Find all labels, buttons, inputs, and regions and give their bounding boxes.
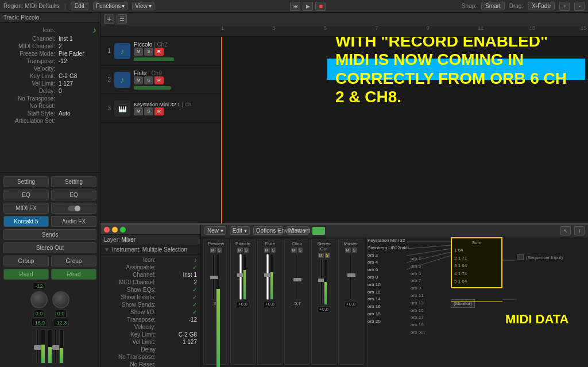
solo-btn-3[interactable]: S [144, 107, 153, 115]
pan-knob-1[interactable] [30, 291, 48, 308]
edit-button[interactable]: Edit [71, 2, 88, 10]
sep1: | [64, 3, 66, 10]
maximize-btn[interactable] [120, 227, 126, 233]
midi-orb6-label: orb 6 [368, 266, 409, 274]
fader-track-1[interactable] [36, 329, 38, 364]
env-midi-channel-row: MIDI Channel: 2 [104, 279, 197, 285]
group-button-2[interactable]: Group [51, 256, 96, 266]
midi-bar-2 [134, 86, 171, 90]
click-m-btn[interactable]: M [291, 248, 297, 253]
kontakt-button[interactable]: Kontakt 5 [3, 216, 49, 227]
master-fader[interactable] [350, 254, 352, 300]
velocity-row: Velocity: [3, 65, 96, 72]
zoom-in-icon[interactable]: + [559, 2, 570, 11]
record-btn-1[interactable]: R [154, 48, 164, 56]
midi-orb20-label: orb 20 [368, 318, 409, 326]
rewind-icon[interactable]: ⏮ [290, 2, 300, 11]
track-item-keystation: 3 🎹 Keystation Mini 32 1 | Ch M S R [100, 94, 220, 123]
mute-btn-3[interactable]: M [134, 107, 143, 115]
transpose-row: Transpose: -12 [3, 58, 96, 64]
record-btn-3[interactable]: R [154, 107, 164, 115]
tracks-toolbar: + ☰ [100, 13, 588, 25]
setting-button-2[interactable]: Setting [51, 176, 96, 187]
mute-btn-2[interactable]: M [134, 76, 143, 84]
stereo-out-button[interactable]: Stereo Out [3, 242, 96, 253]
env-tool-arrow[interactable]: ↖ [560, 226, 571, 235]
audio-fx-button[interactable]: Audio FX [51, 216, 96, 227]
midi-fx-button[interactable]: MIDI FX [3, 203, 49, 214]
sum-values: 1 64 2 1 71 3 1 64 4 1 74 5 1 64 [454, 246, 499, 285]
sends-button[interactable]: Sends [3, 229, 96, 240]
eq-button-1[interactable]: EQ [3, 190, 49, 200]
master-btns: M S [345, 248, 357, 253]
snap-value[interactable]: Smart [481, 2, 505, 10]
strip-btn-row-3: MIDI FX [3, 203, 96, 214]
flute-meter [270, 254, 273, 300]
flute-value: +0,0 [264, 301, 276, 307]
list-icon[interactable]: ☰ [117, 14, 127, 24]
setting-button-1[interactable]: Setting [3, 176, 49, 187]
preview-fader[interactable] [212, 254, 215, 300]
env-new-dropdown[interactable]: New ▾ [204, 226, 226, 235]
piccolo-m-btn[interactable]: M [237, 248, 243, 253]
timeline-ruler: 1 3 5 7 9 11 13 15 [100, 25, 588, 37]
piccolo-fader[interactable] [239, 254, 242, 300]
mute-btn-1[interactable]: M [134, 48, 143, 56]
midi-orb18-label: orb 18 [368, 311, 409, 318]
flute-m-btn[interactable]: M [264, 248, 270, 253]
track-icon-note: ♪ [92, 25, 96, 34]
functions-dropdown[interactable]: Functions ▾ [93, 2, 127, 10]
zoom-out-icon[interactable]: - [574, 2, 585, 11]
click-btns: M S [291, 248, 303, 253]
group-button-1[interactable]: Group [3, 256, 49, 266]
solo-btn-1[interactable]: S [144, 48, 153, 56]
eq-button-2[interactable]: EQ [51, 190, 96, 200]
channel-row: Channel: Inst 1 [3, 36, 96, 42]
env-layer-header: Layer: Mixer [100, 235, 200, 245]
close-btn[interactable] [104, 227, 110, 233]
midi-sum-box: Sum 1 64 2 1 71 3 1 64 4 1 74 5 1 64 [451, 237, 502, 288]
top-bar: Region: MIDI Defaults | Edit Functions ▾… [0, 0, 588, 13]
track-icon-3: 🎹 [114, 101, 130, 117]
track-controls-3: M S R [134, 107, 217, 115]
track-icon-2: ♪ [114, 72, 130, 88]
playhead [221, 37, 222, 223]
env-panel: Layer: Mixer ▼ Instrument: Multiple Sele… [100, 223, 588, 367]
fader-track-2[interactable] [55, 329, 57, 364]
play-icon[interactable]: ▶ [303, 2, 313, 11]
preview-m-btn[interactable]: M [210, 248, 216, 253]
add-track-button[interactable]: + [104, 14, 114, 24]
stereo-fader[interactable] [320, 259, 323, 305]
pan-knob-2[interactable] [52, 291, 69, 308]
vel-limit-row: Vel Limit: 1 127 [3, 80, 96, 87]
environment-title: Environment [278, 227, 310, 234]
record-icon[interactable]: ⏺ [315, 2, 326, 11]
solo-btn-2[interactable]: S [144, 76, 153, 84]
click-s-btn[interactable]: S [298, 248, 303, 253]
piccolo-s-btn[interactable]: S [244, 248, 249, 253]
level-meter-1 [41, 329, 45, 364]
ruler-1: 1 [221, 25, 224, 31]
view-dropdown[interactable]: View ▾ [132, 2, 154, 10]
fader-2 [55, 329, 57, 364]
minimize-btn[interactable] [112, 227, 118, 233]
fader-1 [36, 329, 38, 364]
flute-fader[interactable] [266, 254, 269, 300]
track-name-piccolo: Piccolo | Ch2 [134, 41, 217, 48]
read-button-1[interactable]: Read [3, 269, 49, 280]
env-velocity-row: Velocity: [104, 324, 197, 330]
midi-orb8-label: orb 8 [368, 274, 409, 281]
drag-value[interactable]: X-Fade [528, 2, 555, 10]
toggle-button[interactable] [51, 203, 96, 214]
strip-label-preview: Preview [205, 241, 227, 246]
click-fader[interactable] [296, 254, 298, 300]
env-left-panel: Layer: Mixer ▼ Instrument: Multiple Sele… [100, 225, 201, 367]
flute-s-btn[interactable]: S [271, 248, 276, 253]
env-tool-pen[interactable]: I [574, 226, 585, 235]
env-edit-dropdown[interactable]: Edit ▾ [230, 226, 250, 235]
track-info-1: Piccolo | Ch2 M S R [134, 41, 217, 61]
record-btn-2[interactable]: R [154, 76, 164, 84]
read-button-2[interactable]: Read [51, 269, 96, 280]
env-record-indicator [312, 227, 325, 235]
preview-s-btn[interactable]: S [217, 248, 222, 253]
